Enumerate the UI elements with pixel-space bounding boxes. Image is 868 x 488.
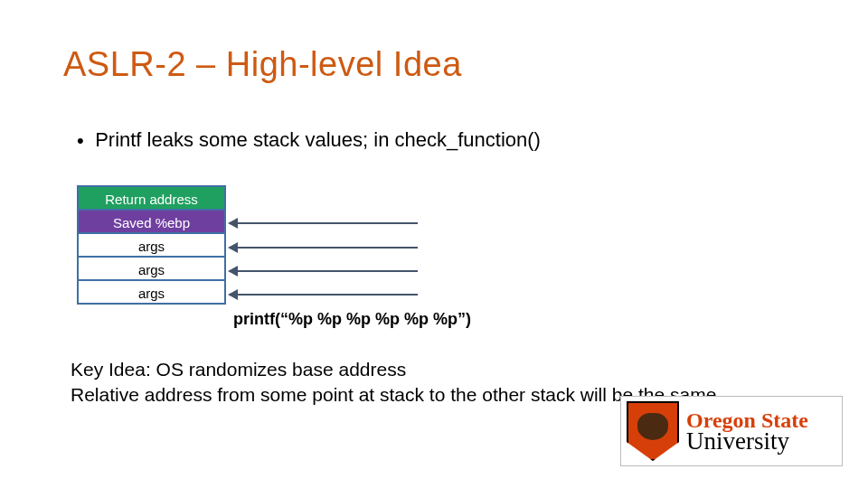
stack-row-args-2: args bbox=[77, 279, 226, 305]
arrow-to-args-0 bbox=[237, 247, 418, 249]
arrow-to-args-2 bbox=[237, 294, 418, 296]
stack-row-args-0: args bbox=[77, 232, 226, 258]
bullet-line: • Printf leaks some stack values; in che… bbox=[77, 128, 541, 153]
osu-logo-line2: University bbox=[686, 429, 808, 454]
stack-row-saved-ebp: Saved %ebp bbox=[77, 209, 226, 234]
beaver-icon bbox=[637, 413, 668, 440]
bullet-text: Printf leaks some stack values; in check… bbox=[95, 128, 541, 151]
stack-row-return-address: Return address bbox=[77, 185, 226, 211]
stack-row-args-1: args bbox=[77, 256, 226, 281]
osu-logo-text: Oregon State University bbox=[686, 409, 808, 454]
slide: ASLR-2 – High-level Idea • Printf leaks … bbox=[0, 0, 868, 488]
printf-call-text: printf(“%p %p %p %p %p %p”) bbox=[233, 310, 471, 329]
slide-title: ASLR-2 – High-level Idea bbox=[63, 45, 462, 84]
arrow-to-saved-ebp bbox=[237, 222, 418, 224]
osu-logo: Oregon State University bbox=[620, 396, 843, 466]
stack-diagram: Return address Saved %ebp args args args bbox=[77, 185, 226, 305]
key-idea-line-1: Key Idea: OS randomizes base address bbox=[71, 357, 716, 382]
arrow-to-args-1 bbox=[237, 270, 418, 272]
osu-shield-icon bbox=[627, 401, 679, 461]
bullet-dot: • bbox=[77, 129, 90, 153]
osu-logo-inner: Oregon State University bbox=[621, 397, 842, 465]
